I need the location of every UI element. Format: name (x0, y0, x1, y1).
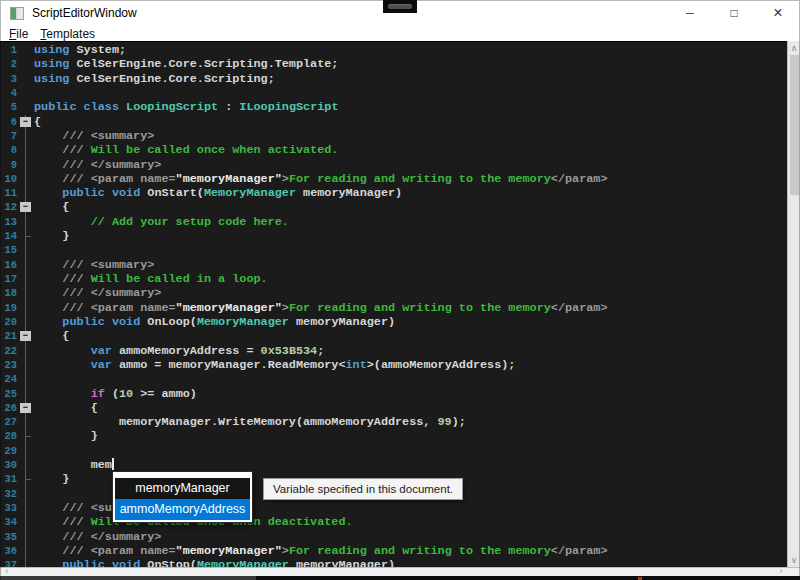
fold-margin (19, 530, 33, 544)
fold-margin (19, 258, 33, 272)
fold-margin (19, 358, 33, 372)
line-number: 1 (0, 43, 19, 57)
code-line[interactable]: 27 memoryManager.WriteMemory(ammoMemoryA… (0, 415, 787, 429)
taskbar-sliver (0, 576, 256, 580)
line-number: 35 (0, 530, 19, 544)
fold-margin (19, 315, 33, 329)
line-number: 14 (0, 229, 19, 243)
code-content: public void OnLoop(MemoryManager memoryM… (34, 315, 395, 329)
fold-margin (19, 429, 33, 443)
line-number: 32 (0, 487, 19, 501)
fold-margin (19, 100, 33, 114)
code-line[interactable]: 10 /// <param name="memoryManager">For r… (0, 172, 787, 186)
scroll-left-button[interactable]: ‹ (1, 567, 13, 576)
line-number: 15 (0, 243, 19, 257)
code-content: if (10 >= ammo) (34, 387, 197, 401)
code-line[interactable]: 8 /// Will be called once when activated… (0, 143, 787, 157)
fold-margin (19, 72, 33, 86)
scroll-right-button[interactable]: › (775, 567, 787, 576)
code-content: { (34, 200, 69, 214)
line-number: 30 (0, 458, 19, 472)
code-content: public void OnStart(MemoryManager memory… (34, 186, 402, 200)
code-content: /// </summary> (34, 158, 161, 172)
fold-margin (19, 558, 33, 567)
line-number: 27 (0, 415, 19, 429)
code-line[interactable]: 7 /// <summary> (0, 129, 787, 143)
code-line[interactable]: 9 /// </summary> (0, 158, 787, 172)
menu-item-templates[interactable]: Templates (34, 27, 101, 41)
fold-margin (19, 458, 33, 472)
vertical-scroll-thumb[interactable] (790, 55, 799, 195)
code-content: /// Will be called in a loop. (34, 272, 268, 286)
code-line[interactable]: 23 var ammo = memoryManager.ReadMemory<i… (0, 358, 787, 372)
code-line[interactable]: 1using System; (0, 43, 787, 57)
fold-collapse-button[interactable]: − (20, 117, 31, 127)
completion-item[interactable]: ammoMemoryAddress (115, 499, 250, 520)
line-number: 34 (0, 515, 19, 529)
code-line[interactable]: 15 (0, 243, 787, 257)
code-line[interactable]: 29 (0, 444, 787, 458)
line-number: 4 (0, 86, 19, 100)
vertical-scrollbar[interactable]: ∧ ∨ (787, 41, 800, 567)
window-title: ScriptEditorWindow (32, 6, 137, 20)
menu-item-label: ile (16, 27, 28, 41)
code-line[interactable]: 16 /// <summary> (0, 258, 787, 272)
close-button[interactable]: × (756, 0, 800, 26)
code-line[interactable]: 26− { (0, 401, 787, 415)
line-number: 31 (0, 472, 19, 486)
autocomplete-dropdown[interactable]: memoryManagerammoMemoryAddress (112, 471, 253, 523)
code-line[interactable]: 6−{ (0, 115, 787, 129)
code-line[interactable]: 37 public void OnStop(MemoryManager memo… (0, 558, 787, 567)
horizontal-scrollbar[interactable]: ‹ › (0, 567, 800, 576)
fold-margin (19, 472, 33, 486)
line-number: 5 (0, 100, 19, 114)
fold-margin (19, 444, 33, 458)
fold-collapse-button[interactable]: − (20, 202, 31, 212)
fold-collapse-button[interactable]: − (20, 403, 31, 413)
code-content: /// <param name="memoryManager">For read… (34, 301, 607, 315)
code-line[interactable]: 2using CelSerEngine.Core.Scripting.Templ… (0, 57, 787, 71)
fold-margin (19, 172, 33, 186)
maximize-button[interactable]: □ (712, 0, 756, 26)
fold-margin (19, 43, 33, 57)
code-line[interactable]: 13 // Add your setup code here. (0, 215, 787, 229)
line-number: 8 (0, 143, 19, 157)
code-content: // Add your setup code here. (34, 215, 289, 229)
code-line[interactable]: 3using CelSerEngine.Core.Scripting; (0, 72, 787, 86)
code-line[interactable]: 19 /// <param name="memoryManager">For r… (0, 301, 787, 315)
fold-margin (19, 544, 33, 558)
line-number: 29 (0, 444, 19, 458)
fold-margin (19, 57, 33, 71)
code-line[interactable]: 20 public void OnLoop(MemoryManager memo… (0, 315, 787, 329)
code-line[interactable]: 21− { (0, 329, 787, 343)
code-line[interactable]: 24 (0, 372, 787, 386)
scroll-down-button[interactable]: ∨ (788, 554, 800, 566)
fold-margin (19, 501, 33, 515)
fold-margin (19, 186, 33, 200)
menu-item-file[interactable]: File (3, 27, 34, 41)
code-content: public class LoopingScript : ILoopingScr… (34, 100, 338, 114)
desktop-sliver (0, 576, 800, 580)
code-line[interactable]: 25 if (10 >= ammo) (0, 387, 787, 401)
fold-margin: − (19, 115, 33, 129)
line-number: 23 (0, 358, 19, 372)
code-line[interactable]: 11 public void OnStart(MemoryManager mem… (0, 186, 787, 200)
minimize-button[interactable]: ─ (668, 0, 712, 26)
code-line[interactable]: 14 } (0, 229, 787, 243)
fold-margin (19, 143, 33, 157)
code-line[interactable]: 4 (0, 86, 787, 100)
code-line[interactable]: 22 var ammoMemoryAddress = 0x53B534; (0, 344, 787, 358)
fold-margin (19, 415, 33, 429)
code-line[interactable]: 5public class LoopingScript : ILoopingSc… (0, 100, 787, 114)
scroll-up-button[interactable]: ∧ (788, 42, 800, 54)
menu-bar: File Templates (0, 26, 800, 41)
code-line[interactable]: 17 /// Will be called in a loop. (0, 272, 787, 286)
code-line[interactable]: 12− { (0, 200, 787, 214)
code-line[interactable]: 28 } (0, 429, 787, 443)
line-number: 33 (0, 501, 19, 515)
code-line[interactable]: 18 /// </summary> (0, 286, 787, 300)
code-line[interactable]: 36 /// <param name="memoryManager">For r… (0, 544, 787, 558)
code-line[interactable]: 35 /// </summary> (0, 530, 787, 544)
fold-collapse-button[interactable]: − (20, 331, 31, 341)
completion-item[interactable]: memoryManager (115, 478, 250, 499)
